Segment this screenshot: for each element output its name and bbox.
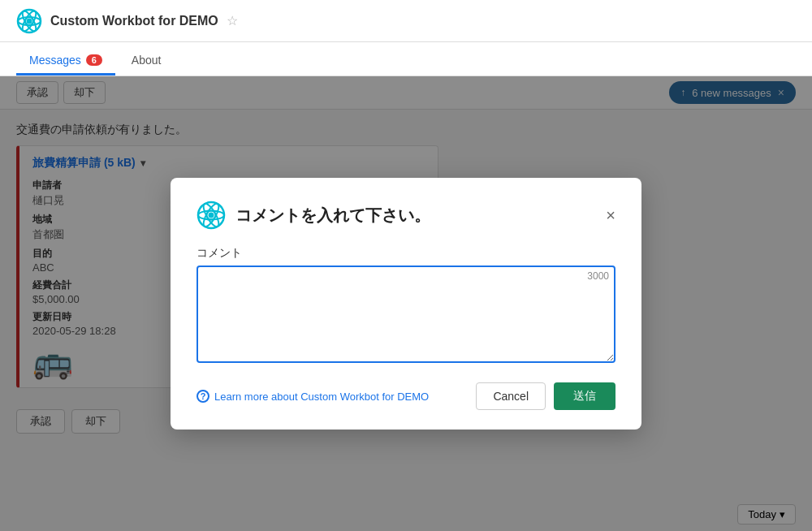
tab-about-label: About [132, 54, 162, 67]
submit-button[interactable]: 送信 [554, 382, 615, 410]
textarea-wrapper: 3000 [197, 266, 615, 366]
cancel-button[interactable]: Cancel [476, 382, 546, 410]
comment-label: コメント [197, 246, 615, 261]
modal-header: コメントを入れて下さい。 × [197, 201, 615, 230]
main-content: 承認 却下 ↑ 6 new messages × 交通費の申請依頼が有りました。… [0, 76, 812, 531]
char-count: 3000 [587, 270, 609, 282]
messages-badge: 6 [86, 54, 102, 66]
help-link[interactable]: ? Learn more about Custom Workbot for DE… [197, 390, 429, 403]
modal-logo-icon [197, 201, 226, 230]
tab-bar: Messages 6 About [0, 42, 812, 76]
modal-close-button[interactable]: × [606, 207, 615, 223]
tab-messages-label: Messages [29, 54, 81, 67]
modal-footer-buttons: Cancel 送信 [476, 382, 615, 410]
svg-point-11 [209, 213, 214, 218]
comment-textarea[interactable] [197, 266, 615, 363]
app-logo [16, 8, 42, 34]
modal-overlay: コメントを入れて下さい。 × コメント 3000 ? Learn more ab… [0, 76, 812, 531]
app-header: Custom Workbot for DEMO ☆ [0, 0, 812, 42]
comment-modal: コメントを入れて下さい。 × コメント 3000 ? Learn more ab… [171, 178, 641, 430]
modal-footer: ? Learn more about Custom Workbot for DE… [197, 382, 615, 410]
modal-title-text: コメントを入れて下さい。 [235, 205, 430, 227]
modal-title-row: コメントを入れて下さい。 [197, 201, 430, 230]
help-text: Learn more about Custom Workbot for DEMO [214, 391, 429, 403]
header-title: Custom Workbot for DEMO [50, 14, 218, 28]
tab-about[interactable]: About [119, 47, 175, 76]
star-icon[interactable]: ☆ [227, 13, 238, 28]
tab-messages[interactable]: Messages 6 [16, 47, 115, 76]
svg-point-5 [27, 18, 32, 24]
help-icon: ? [197, 390, 209, 403]
